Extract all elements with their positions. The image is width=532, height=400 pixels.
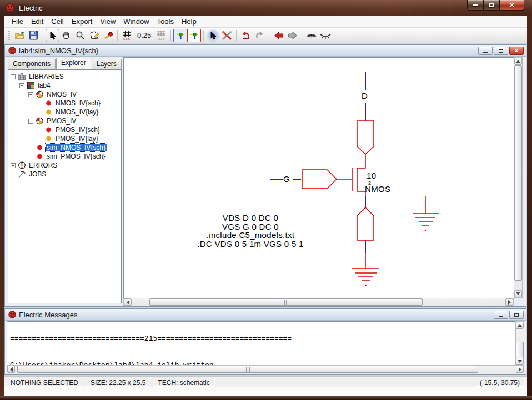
schematic-drawing[interactable] [124,58,514,298]
messages-console[interactable]: ===============================215======… [7,321,515,366]
ground-symbol-right [413,196,439,226]
go-back-button[interactable] [272,29,285,42]
menu-view[interactable]: View [96,16,119,27]
unexpand-cells-button[interactable] [318,29,332,42]
tree-item-libraries[interactable]: − LIBRARIES [8,72,121,81]
menu-file[interactable]: File [8,16,27,27]
edit-maximize-button[interactable] [494,47,508,55]
toolbar-grip[interactable] [8,31,10,40]
canvas-hscrollbar[interactable] [123,298,514,306]
spice-code-block[interactable]: VDS D 0 DC 0 VGS G 0 DC 0 .include C5_mo… [145,214,356,248]
tree-item-pmos-iv-lay[interactable]: PMOS_IV{lay} [8,134,121,143]
electric-cell-icon [8,47,16,54]
grid-fine-button[interactable]: <<< [154,29,168,42]
drain-net-label[interactable]: D [362,91,368,100]
jobs-pick-icon [18,170,26,178]
messages-titlebar[interactable]: Electric Messages [5,309,526,321]
hscroll-thumb[interactable] [149,298,423,306]
scroll-down-button[interactable] [516,358,524,365]
status-bar: NOTHING SELECTED SIZE: 22.25 x 25.5 TECH… [4,376,527,387]
tree-item-sim-nmos-iv-sch[interactable]: sim_NMOS_IV{sch} [8,143,121,152]
pan-mode-button[interactable] [59,29,73,42]
tree-item-pmos-iv-sch[interactable]: PMOS_IV{sch} [8,125,121,134]
edit-minimize-button[interactable] [478,47,493,55]
edit-window-titlebar[interactable]: lab4:sim_NMOS_IV{sch} ✕ [5,45,526,57]
canvas-vscrollbar[interactable] [514,57,523,298]
tree-item-lab4[interactable]: − lab4 [8,81,121,90]
collapse-icon[interactable]: − [19,83,24,88]
expand-icon[interactable]: + [11,163,16,168]
errors-icon [18,161,26,169]
messages-maximize-button[interactable] [509,311,524,319]
undo-icon [240,31,251,40]
tree-item-nmos-iv-sch[interactable]: NMOS_IV{sch} [8,99,121,108]
tree-item-errors[interactable]: + ERRORS [8,161,121,170]
select-mode-button[interactable] [46,29,59,42]
menu-export[interactable]: Export [68,16,97,27]
messages-minimize-button[interactable] [494,311,508,319]
toolbar-separator [302,30,302,41]
redo-button[interactable] [253,29,267,42]
tab-explorer[interactable]: Explorer [56,58,91,69]
objects-select-button[interactable] [206,29,220,42]
scroll-down-button[interactable] [514,290,522,297]
scroll-up-button[interactable] [514,58,522,65]
tree-item-jobs[interactable]: JOBS [8,170,121,179]
tree-item-nmos-iv-lay[interactable]: NMOS_IV{lay} [8,108,121,117]
save-library-button[interactable] [27,29,41,42]
messages-hscrollbar[interactable] [7,365,524,373]
undo-button[interactable] [239,29,253,42]
scroll-right-button[interactable] [505,298,513,306]
menu-cell[interactable]: Cell [47,16,67,27]
explorer-tree[interactable]: − LIBRARIES − lab4 − [8,69,122,303]
tree-item-nmos-iv[interactable]: − NMOS_IV [8,90,121,99]
side-tabbar: Components Explorer Layers [8,58,122,69]
tree-item-pmos-iv[interactable]: − PMOS_IV [8,117,121,125]
transistor-name-label[interactable]: NMOS [365,184,390,194]
messages-vscrollbar[interactable] [515,321,524,366]
minimize-button[interactable] [467,0,484,11]
zoom-mode-button[interactable] [73,29,87,42]
menu-tools[interactable]: Tools [153,16,178,27]
grid-size-value[interactable]: 0.25 [137,31,151,39]
transistor-width-label[interactable]: 10 [367,171,376,180]
tree-item-sim-pmos-iv-sch[interactable]: sim_PMOS_IV{sch} [8,152,121,161]
collapse-icon[interactable]: − [28,119,33,124]
electric-messages-icon [8,311,16,318]
spice-line: .DC VDS 0 5 1m VGS 0 5 1 [145,240,356,249]
collapse-icon[interactable]: − [11,74,16,79]
open-library-button[interactable] [13,29,27,42]
collapse-icon[interactable]: − [28,92,33,97]
measure-button[interactable] [101,29,115,42]
scroll-up-button[interactable] [516,322,524,329]
grid-hash-icon: >>> [122,30,132,41]
scroll-right-button[interactable] [516,366,524,373]
main-titlebar[interactable]: Electric ✕ [0,0,532,16]
edit-close-button[interactable]: ✕ [509,47,524,55]
grid-coarse-button[interactable]: >>> [120,29,134,42]
outline-edit-button[interactable] [87,29,101,42]
menu-window[interactable]: Window [119,16,153,27]
preferences-button[interactable] [220,29,234,42]
maximize-button[interactable] [484,0,499,11]
messages-window: Electric Messages ======================… [4,308,526,375]
toggle-export-display-button[interactable] [187,29,201,42]
expand-cells-button[interactable] [304,29,318,42]
vscroll-thumb[interactable] [516,342,524,358]
toggle-port-display-button[interactable] [173,29,187,42]
gate-export-connector [302,170,337,189]
gate-net-label[interactable]: G [283,174,290,184]
scroll-left-button[interactable] [7,366,15,373]
tab-layers[interactable]: Layers [92,59,122,69]
schematic-canvas[interactable]: D G 10 2 NMOS VDS D 0 DC 0 VGS G 0 DC 0 … [123,57,514,298]
menu-edit[interactable]: Edit [27,16,47,27]
menu-help[interactable]: Help [178,16,200,27]
tab-components[interactable]: Components [8,59,56,69]
forward-arrow-icon [288,31,298,40]
eye-closed-icon [319,32,332,39]
go-forward-button[interactable] [285,29,299,42]
hscroll-thumb[interactable] [17,366,478,373]
scroll-left-button[interactable] [124,298,132,306]
vscroll-thumb[interactable] [514,65,522,281]
close-button[interactable]: ✕ [499,0,524,11]
